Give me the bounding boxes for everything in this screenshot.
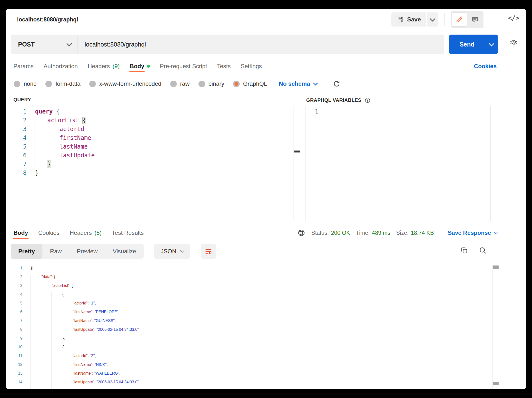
view-raw[interactable]: Raw — [42, 244, 69, 259]
schema-label: No schema — [279, 80, 310, 87]
tab-label: Body — [130, 63, 144, 70]
send-button[interactable]: Send — [449, 35, 485, 54]
line-number: 3 — [6, 284, 22, 288]
body-mode-raw[interactable]: raw — [170, 80, 190, 87]
edit-mode-button[interactable] — [452, 13, 467, 26]
method-value: POST — [18, 41, 35, 48]
line-content: { — [31, 266, 32, 270]
tab-tests[interactable]: Tests — [217, 60, 231, 73]
chevron-down-icon — [430, 16, 435, 21]
code-token — [79, 117, 82, 124]
code-token: : — [88, 354, 90, 358]
code-token: : — [92, 362, 95, 367]
chevron-down-icon — [494, 230, 498, 234]
app-window: </> localhost:8080/graphql Save — [6, 9, 526, 389]
response-divider — [6, 223, 501, 223]
code-token: { — [31, 266, 32, 270]
refresh-schema-button[interactable] — [333, 80, 341, 88]
url-input[interactable]: localhost:8080/graphql — [78, 35, 444, 54]
scrollbar-thumb[interactable] — [493, 265, 499, 269]
search-response-button[interactable] — [479, 246, 487, 255]
schema-select[interactable]: No schema — [279, 80, 317, 87]
response-tab-cookies[interactable]: Cookies — [38, 226, 59, 240]
line-number: 6 — [11, 151, 27, 160]
scroll-gutter-line — [294, 106, 294, 221]
save-button[interactable]: Save — [391, 12, 426, 27]
line-number: 1 — [6, 266, 22, 270]
refresh-icon — [333, 80, 341, 88]
wrap-lines-icon — [205, 247, 212, 255]
graphql-variables-editor[interactable]: 1 — [305, 106, 498, 221]
code-token: "2006-02-15 04:34:33.0" — [97, 327, 139, 332]
code-token: "lastName" — [73, 319, 92, 323]
view-visualize[interactable]: Visualize — [105, 244, 144, 259]
radio-icon — [170, 81, 177, 87]
tab-settings[interactable]: Settings — [241, 60, 262, 73]
tab-count-badge: (9) — [113, 63, 120, 70]
code-line-14: 14"lastUpdate": "2006-02-15 04:34:33.0" — [6, 380, 501, 389]
line-number: 4 — [6, 292, 22, 297]
response-format-select[interactable]: JSON — [154, 244, 190, 259]
line-content: "actorId": "1", — [73, 301, 96, 305]
comments-button[interactable] — [467, 13, 483, 26]
search-icon — [479, 246, 487, 255]
code-token: { — [56, 108, 60, 115]
response-body-viewer[interactable]: 1{2"data": {3"actorList": [4{5"actorId":… — [6, 263, 501, 389]
code-line-7: 7"lastName": "GUINESS", — [6, 319, 501, 327]
tab-pre-request-script[interactable]: Pre-request Script — [160, 60, 207, 73]
save-options-button[interactable] — [427, 12, 438, 27]
body-mode-form-data[interactable]: form-data — [45, 80, 80, 87]
line-content: }, — [62, 336, 65, 341]
tab-label: Body — [13, 229, 28, 236]
line-content: actorList { — [47, 116, 86, 125]
tab-body[interactable]: Body — [130, 60, 150, 73]
tab-authorization[interactable]: Authorization — [44, 60, 78, 73]
send-options-button[interactable] — [485, 35, 498, 54]
wrap-lines-button[interactable] — [201, 244, 216, 259]
info-icon[interactable] — [364, 97, 371, 104]
code-snippet-icon[interactable]: </> — [508, 14, 519, 22]
line-number: 13 — [6, 371, 22, 376]
code-line-9: 9}, — [6, 336, 501, 345]
body-mode-graphql[interactable]: GraphQL — [233, 80, 267, 87]
status-badge[interactable]: Status: 200 OK — [311, 230, 350, 236]
request-tab-title: localhost:8080/graphql — [17, 16, 78, 23]
time-badge[interactable]: Time: 489 ms — [356, 230, 390, 236]
line-number: 12 — [6, 362, 22, 367]
code-token: : — [88, 301, 90, 305]
code-line-3: 3"actorList": [ — [6, 284, 501, 292]
time-value: 489 ms — [372, 230, 390, 236]
line-number: 3 — [11, 125, 27, 133]
method-select[interactable]: POST — [11, 35, 78, 54]
tab-headers[interactable]: Headers(9) — [88, 60, 120, 73]
line-content: { — [62, 292, 64, 297]
line-content: "lastUpdate": "2006-02-15 04:34:33.0" — [73, 327, 139, 332]
view-pretty[interactable]: Pretty — [11, 244, 42, 259]
cookies-link[interactable]: Cookies — [474, 60, 497, 73]
save-response-button[interactable]: Save Response — [448, 229, 497, 236]
response-tab-test-results[interactable]: Test Results — [112, 226, 144, 240]
body-mode-x-www-form-urlencoded[interactable]: x-www-form-urlencoded — [89, 80, 161, 87]
line-content: lastName — [59, 142, 88, 151]
code-line-13: 13"lastName": "WAHLBERG", — [6, 371, 501, 380]
code-token: "WAHLBERG" — [94, 371, 119, 375]
response-tab-headers[interactable]: Headers(5) — [70, 226, 102, 240]
url-bar: POST localhost:8080/graphql — [11, 35, 444, 54]
graphql-variables-label: GRAPHQL VARIABLES — [306, 97, 371, 104]
size-badge[interactable]: Size: 18.74 KB — [396, 230, 434, 236]
mode-label: form-data — [55, 80, 80, 87]
body-mode-binary[interactable]: binary — [198, 80, 224, 87]
view-preview[interactable]: Preview — [69, 244, 105, 259]
tab-params[interactable]: Params — [13, 60, 34, 73]
lightbulb-icon[interactable] — [509, 38, 519, 48]
response-code: 1{2"data": {3"actorList": [4{5"actorId":… — [6, 266, 501, 389]
code-token: : — [92, 319, 94, 323]
response-tab-body[interactable]: Body — [13, 226, 28, 240]
body-mode-none[interactable]: none — [14, 80, 37, 87]
code-token: "2" — [90, 354, 95, 358]
divider — [441, 228, 441, 238]
query-editor[interactable]: 1query {2actorList {3actorId4firstName5l… — [11, 106, 301, 221]
scrollbar-thumb[interactable] — [493, 382, 499, 385]
copy-response-button[interactable] — [460, 246, 468, 255]
radio-icon — [89, 81, 96, 87]
